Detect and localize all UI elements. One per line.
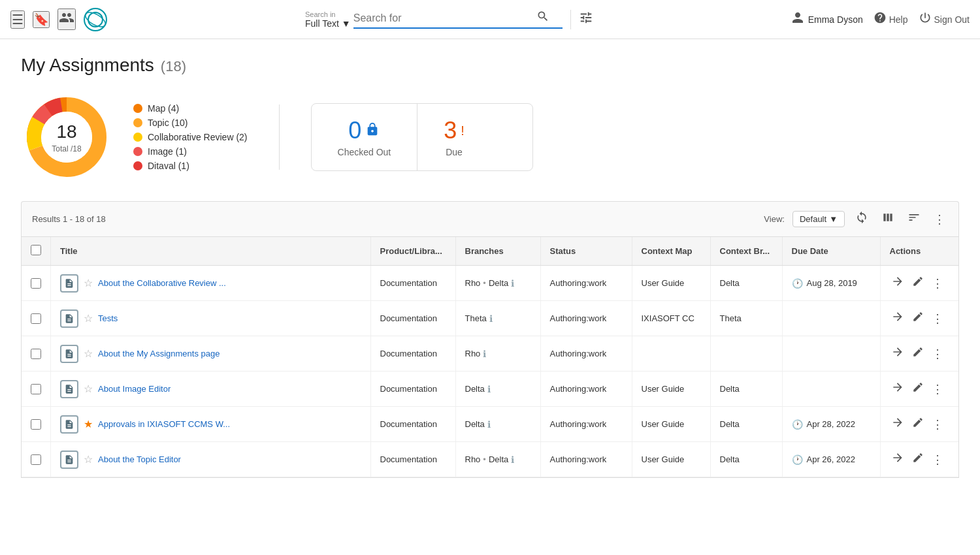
navigate-button-5[interactable] [890, 450, 906, 469]
row-checkbox-5[interactable] [31, 454, 41, 465]
hamburger-menu-button[interactable]: ☰ [10, 10, 25, 29]
row-ctxmap-cell-4: User Guide [632, 407, 710, 442]
due-label: Due [446, 147, 463, 157]
help-label: Help [889, 14, 908, 25]
row-title-link-0[interactable]: About the Collaborative Review ... [98, 278, 226, 288]
signout-area[interactable]: Sign Out [919, 11, 970, 27]
sort-button[interactable] [905, 208, 923, 230]
table-row: ☆ About the My Assignments page Document… [22, 336, 958, 372]
star-button-2[interactable]: ☆ [84, 347, 93, 360]
more-options-button[interactable]: ⋮ [931, 210, 948, 229]
checked-out-stat: 0 Checked Out [312, 104, 417, 170]
edit-button-1[interactable] [911, 309, 925, 327]
row-checkbox-1[interactable] [31, 313, 41, 324]
branch-info-icon-3[interactable]: ℹ [487, 384, 491, 394]
doc-icon-4 [60, 415, 78, 434]
row-title-cell-2: ☆ About the My Assignments page [51, 336, 371, 372]
row-more-button-5[interactable]: ⋮ [930, 451, 945, 468]
star-button-1[interactable]: ☆ [84, 312, 93, 325]
row-checkbox-2[interactable] [31, 349, 41, 359]
chevron-down-icon: ▼ [342, 18, 351, 29]
star-button-4[interactable]: ★ [84, 418, 93, 430]
row-more-button-0[interactable]: ⋮ [930, 275, 945, 292]
branch-info-icon-4[interactable]: ℹ [487, 419, 491, 430]
navigate-button-2[interactable] [890, 344, 906, 363]
row-status-cell-0: Authoring:work [540, 266, 632, 301]
navigate-button-4[interactable] [890, 415, 906, 434]
branch-info-icon-5[interactable]: ℹ [511, 454, 514, 465]
row-title-link-2[interactable]: About the My Assignments page [98, 349, 220, 358]
row-more-button-1[interactable]: ⋮ [930, 310, 945, 327]
row-checkbox-4[interactable] [31, 419, 41, 430]
row-title-link-4[interactable]: Approvals in IXIASOFT CCMS W... [98, 419, 230, 429]
navigate-button-3[interactable] [890, 379, 906, 398]
people-button[interactable] [57, 8, 76, 30]
columns-button[interactable] [879, 208, 897, 230]
svg-point-1 [88, 12, 103, 27]
donut-number: 18 [52, 121, 81, 143]
row-checkbox-0[interactable] [31, 278, 41, 289]
row-checkbox-cell-1 [22, 301, 51, 336]
branch-info-icon-0[interactable]: ℹ [511, 278, 514, 289]
row-actions-cell-0: ⋮ [880, 266, 958, 301]
search-area: Search in Full Text ▼ [115, 10, 783, 29]
branch-info-icon-2[interactable]: ℹ [483, 349, 486, 359]
due-top: 3 ! [444, 117, 465, 144]
row-checkbox-3[interactable] [31, 384, 41, 394]
legend-dot-image [133, 147, 142, 156]
table-wrapper: Title Product/Libra... Branches Status C… [21, 236, 959, 478]
row-title-cell-4: ★ Approvals in IXIASOFT CCMS W... [51, 407, 371, 442]
search-type-value: Full Text [305, 18, 339, 29]
legend-label-collabrev: Collaborative Review (2) [148, 132, 248, 142]
signout-label: Sign Out [934, 14, 970, 25]
navigate-button-0[interactable] [890, 274, 906, 293]
header-right: Emma Dyson Help Sign Out [791, 11, 970, 27]
search-type-dropdown[interactable]: Full Text ▼ [305, 18, 351, 29]
row-checkbox-cell-4 [22, 407, 51, 442]
edit-button-4[interactable] [911, 415, 925, 433]
search-in-group: Search in Full Text ▼ [305, 10, 351, 29]
donut-sub: Total /18 [52, 144, 81, 153]
star-button-0[interactable]: ☆ [84, 277, 93, 289]
edit-button-3[interactable] [911, 380, 925, 398]
branch-tag-2-0: Rho [465, 349, 481, 358]
edit-button-0[interactable] [911, 274, 925, 292]
row-title-link-5[interactable]: About the Topic Editor [98, 454, 181, 464]
row-ctxmap-cell-2 [632, 336, 710, 372]
row-actions-cell-2: ⋮ [880, 336, 958, 372]
donut-chart: 18 Total /18 [21, 91, 112, 183]
edit-button-5[interactable] [911, 451, 925, 468]
row-ctxbr-cell-2 [710, 336, 782, 372]
filter-button[interactable] [579, 10, 593, 28]
row-more-button-2[interactable]: ⋮ [930, 345, 945, 362]
help-area[interactable]: Help [874, 11, 908, 27]
table-row: ☆ About the Collaborative Review ... Doc… [22, 266, 958, 301]
row-title-link-1[interactable]: Tests [98, 313, 118, 323]
row-more-button-4[interactable]: ⋮ [930, 416, 945, 433]
select-all-checkbox[interactable] [31, 245, 41, 255]
bookmark-button[interactable]: 🔖 [33, 11, 50, 28]
lock-icon [365, 122, 380, 140]
row-ctxmap-cell-0: User Guide [632, 266, 710, 301]
branch-info-icon-1[interactable]: ℹ [489, 313, 493, 324]
table-body: ☆ About the Collaborative Review ... Doc… [22, 266, 958, 477]
navigate-button-1[interactable] [890, 309, 906, 328]
star-button-3[interactable]: ☆ [84, 383, 93, 395]
refresh-button[interactable] [853, 208, 871, 230]
branch-tag-5-0: Rho [465, 454, 481, 464]
legend-label-image: Image (1) [148, 146, 187, 157]
col-header-product: Product/Libra... [370, 237, 455, 266]
user-area[interactable]: Emma Dyson [791, 11, 863, 27]
checked-out-label: Checked Out [338, 147, 391, 157]
row-more-button-3[interactable]: ⋮ [930, 381, 945, 398]
view-select-button[interactable]: Default ▼ [792, 211, 845, 227]
col-header-check [22, 237, 51, 266]
row-title-cell-0: ☆ About the Collaborative Review ... [51, 266, 371, 301]
search-input[interactable] [353, 12, 536, 24]
search-button[interactable] [536, 10, 549, 26]
edit-button-2[interactable] [911, 345, 925, 362]
user-name: Emma Dyson [808, 14, 863, 25]
row-product-cell-3: Documentation [370, 372, 455, 407]
row-title-link-3[interactable]: About Image Editor [98, 384, 171, 394]
star-button-5[interactable]: ☆ [84, 453, 93, 466]
